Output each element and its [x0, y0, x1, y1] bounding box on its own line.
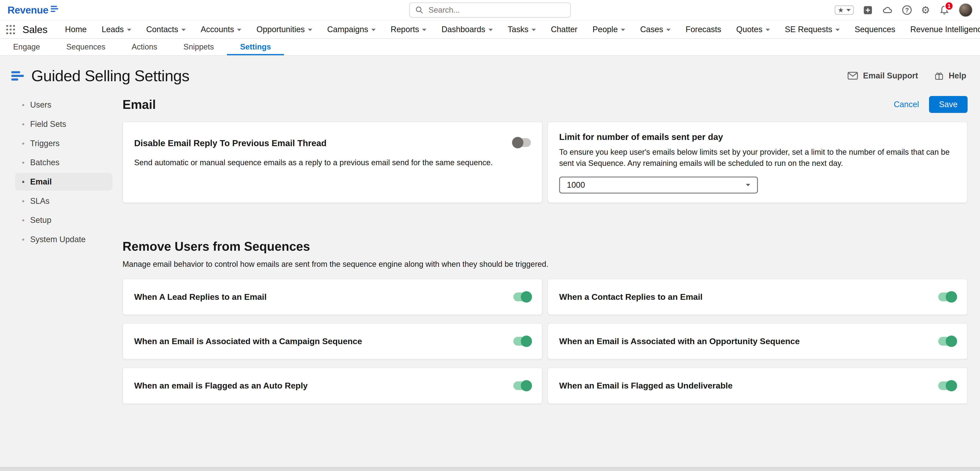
contact-replies-toggle[interactable] — [938, 292, 956, 301]
question-icon[interactable]: ? — [902, 5, 912, 15]
body-row: •Users •Field Sets •Triggers •Batches •E… — [0, 92, 980, 404]
sidebar-item-setup[interactable]: •Setup — [15, 211, 113, 229]
subtab-settings[interactable]: Settings — [227, 39, 284, 55]
email-limit-select[interactable]: 1000 — [559, 177, 758, 193]
tab-opportunities[interactable]: Opportunities — [249, 21, 320, 38]
disable-reply-card: Disable Email Reply To Previous Email Th… — [123, 121, 542, 203]
gear-icon[interactable]: ⚙ — [921, 5, 930, 15]
chevron-down-icon — [746, 184, 750, 186]
page-header: Guided Selling Settings Email Support He… — [0, 56, 980, 93]
sidebar-item-slas[interactable]: •SLAs — [15, 192, 113, 210]
save-button[interactable]: Save — [929, 96, 967, 113]
tab-people[interactable]: People — [585, 21, 633, 38]
email-limit-value: 1000 — [567, 180, 585, 190]
auto-reply-toggle[interactable] — [513, 382, 531, 390]
toggle-knob — [521, 380, 532, 391]
utility-bar — [0, 467, 980, 471]
undeliverable-toggle[interactable] — [938, 382, 956, 390]
toggle-knob — [512, 137, 523, 148]
avatar[interactable] — [959, 3, 972, 17]
campaign-sequence-toggle[interactable] — [513, 337, 531, 346]
email-support-link[interactable]: Email Support — [863, 71, 918, 80]
email-section-title: Email — [123, 97, 156, 112]
tab-label: Home — [65, 25, 87, 34]
tab-leads[interactable]: Leads — [94, 21, 139, 38]
chevron-down-icon[interactable] — [127, 29, 131, 31]
tab-cases[interactable]: Cases — [633, 21, 678, 38]
chevron-down-icon[interactable] — [237, 29, 241, 31]
tab-label: Reports — [391, 25, 419, 34]
app-name[interactable]: Sales — [22, 24, 48, 35]
sidebar-item-system-update[interactable]: •System Update — [15, 230, 113, 248]
tab-label: Quotes — [736, 25, 762, 34]
subtab-bar: Engage Sequences Actions Snippets Settin… — [0, 39, 980, 56]
tab-reports[interactable]: Reports — [383, 21, 434, 38]
header-icon-cluster: ★ ? ⚙ 1 — [835, 3, 972, 17]
chevron-down-icon[interactable] — [422, 29, 426, 31]
sidebar-item-label: Field Sets — [30, 120, 67, 129]
global-actions-icon[interactable] — [863, 5, 873, 15]
tab-label: Leads — [102, 25, 124, 34]
page-header-actions: Email Support Help — [848, 71, 966, 81]
tab-dashboards[interactable]: Dashboards — [434, 21, 500, 38]
lead-replies-toggle[interactable] — [513, 292, 531, 301]
tab-quotes[interactable]: Quotes — [729, 21, 777, 38]
notifications-bell-icon[interactable]: 1 — [939, 5, 950, 15]
app-launcher-icon[interactable] — [6, 25, 15, 35]
sidebar-item-batches[interactable]: •Batches — [15, 154, 113, 172]
tab-revenue-intelligence[interactable]: Revenue Intelligence — [903, 21, 980, 38]
disable-reply-toggle[interactable] — [513, 138, 531, 147]
toggle-knob — [946, 291, 957, 303]
sidebar-item-email[interactable]: •Email — [15, 173, 113, 191]
help-cloud-icon[interactable] — [882, 5, 893, 15]
star-icon[interactable]: ★ — [838, 6, 844, 13]
chevron-down-icon[interactable] — [181, 29, 186, 31]
toggle-card-label: When A Lead Replies to an Email — [134, 292, 267, 302]
toggle-card-campaign-sequence: When an Email is Associated with a Campa… — [123, 323, 542, 359]
tab-campaigns[interactable]: Campaigns — [320, 21, 383, 38]
settings-sidebar: •Users •Field Sets •Triggers •Batches •E… — [15, 92, 113, 250]
tab-sequences[interactable]: Sequences — [847, 21, 903, 38]
tab-label: People — [593, 25, 618, 34]
toggle-card-undeliverable: When an Email is Flagged as Undeliverabl… — [547, 367, 967, 404]
subtab-snippets[interactable]: Snippets — [170, 39, 227, 55]
chevron-down-icon[interactable] — [308, 29, 312, 31]
chevron-down-icon[interactable] — [765, 29, 770, 31]
tab-home[interactable]: Home — [57, 21, 94, 38]
disable-reply-description: Send automatic or manual sequence emails… — [134, 157, 531, 168]
subtab-actions[interactable]: Actions — [118, 39, 170, 55]
tab-label: Sequences — [855, 25, 896, 34]
revenue-logo-text: Revenue — [8, 4, 48, 16]
subtab-sequences[interactable]: Sequences — [53, 39, 118, 55]
subtab-engage[interactable]: Engage — [0, 39, 53, 55]
tab-accounts[interactable]: Accounts — [193, 21, 249, 38]
sidebar-item-label: SLAs — [30, 196, 50, 206]
chevron-down-icon[interactable] — [621, 29, 625, 31]
tab-forecasts[interactable]: Forecasts — [678, 21, 729, 38]
chevron-down-icon[interactable] — [666, 29, 671, 31]
chevron-down-icon[interactable] — [488, 29, 493, 31]
toggle-knob — [946, 380, 957, 391]
bullet-icon: • — [22, 120, 24, 128]
sidebar-item-triggers[interactable]: •Triggers — [15, 134, 113, 152]
favorites-control[interactable]: ★ — [835, 6, 854, 14]
chevron-down-icon[interactable] — [371, 29, 375, 31]
revenue-logo[interactable]: Revenue — [8, 4, 58, 16]
cancel-button[interactable]: Cancel — [894, 100, 919, 109]
tab-se-requests[interactable]: SE Requests — [777, 21, 847, 38]
chevron-down-icon[interactable] — [531, 29, 536, 31]
help-link[interactable]: Help — [949, 71, 966, 80]
opportunity-sequence-toggle[interactable] — [938, 337, 956, 346]
chevron-down-icon[interactable] — [835, 29, 840, 31]
main-panel: Email Cancel Save Disable Email Reply To… — [123, 92, 967, 404]
search-input[interactable] — [427, 5, 565, 15]
email-limit-description: To ensure you keep user's emails below l… — [559, 147, 956, 169]
notification-badge: 1 — [945, 1, 954, 11]
tab-tasks[interactable]: Tasks — [500, 21, 544, 38]
tab-contacts[interactable]: Contacts — [139, 21, 193, 38]
page-content: Guided Selling Settings Email Support He… — [0, 56, 980, 467]
sidebar-item-users[interactable]: •Users — [15, 96, 113, 114]
tab-chatter[interactable]: Chatter — [543, 21, 585, 38]
sidebar-item-field-sets[interactable]: •Field Sets — [15, 115, 113, 133]
chevron-down-icon[interactable] — [846, 9, 851, 11]
